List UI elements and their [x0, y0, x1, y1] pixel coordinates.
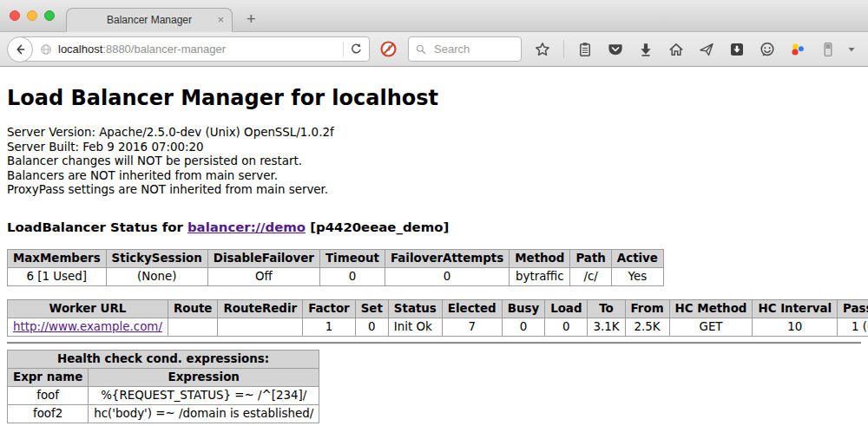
- titlebar: Balancer Manager × +: [0, 0, 868, 32]
- back-button[interactable]: [7, 36, 33, 62]
- busy-cell: 0: [502, 318, 544, 336]
- balancer-demo-link[interactable]: balancer://demo: [187, 220, 306, 235]
- container-battery-icon[interactable]: [819, 40, 838, 59]
- chat-smiley-icon[interactable]: [758, 40, 777, 59]
- column-header: Status: [388, 299, 442, 318]
- column-header: Load: [545, 299, 588, 318]
- stickysession-cell: (None): [106, 267, 207, 285]
- download-manager-icon[interactable]: [727, 40, 746, 59]
- path-cell: /c/: [570, 267, 611, 285]
- overflow-caret-icon[interactable]: [842, 40, 861, 59]
- notice-line: Balancer changes will NOT be persisted o…: [7, 154, 861, 169]
- active-cell: Yes: [611, 267, 663, 285]
- close-window-button[interactable]: [10, 10, 20, 21]
- load-cell: 0: [545, 318, 588, 336]
- url-path: :8880/balancer-manager: [102, 43, 226, 56]
- navigation-toolbar: localhost:8880/balancer-manager: [0, 32, 868, 67]
- worker-url-cell: http://www.example.com/: [8, 318, 168, 336]
- expression-cell: hc('body') =~ /domain is established/: [89, 404, 319, 423]
- send-plane-icon[interactable]: [697, 40, 716, 59]
- to-cell: 3.1K: [588, 318, 625, 336]
- table-title-row: Health check cond. expressions:: [8, 350, 319, 368]
- column-header: RouteRedir: [218, 299, 303, 318]
- column-header: HC Method: [669, 299, 753, 318]
- notice-line: ProxyPass settings are NOT inherited fro…: [7, 183, 861, 198]
- column-header: Timeout: [319, 249, 385, 267]
- column-header: Passes: [838, 299, 868, 318]
- column-header: To: [588, 299, 625, 318]
- table-header-row: Expr name Expression: [8, 368, 319, 386]
- server-info: Server Version: Apache/2.5.0-dev (Unix) …: [7, 126, 861, 198]
- status-cell: Init Ok: [388, 318, 442, 336]
- failoverattempts-cell: 0: [385, 267, 509, 285]
- page-title: Load Balancer Manager for localhost: [7, 86, 861, 110]
- route-cell: [168, 318, 218, 336]
- expr-name-cell: foof2: [8, 404, 89, 423]
- back-arrow-icon: [12, 42, 28, 57]
- close-tab-icon[interactable]: ×: [217, 14, 224, 25]
- timeout-cell: 0: [319, 267, 385, 285]
- server-built-line: Server Built: Feb 9 2016 07:00:20: [7, 141, 861, 155]
- column-header: Path: [570, 249, 611, 267]
- search-bar[interactable]: [408, 36, 522, 62]
- heading-suffix: [p4420eeae_demo]: [306, 220, 449, 235]
- table-row: foof2 hc('body') =~ /domain is establish…: [8, 404, 319, 423]
- column-header: Method: [510, 249, 570, 267]
- column-header: Expr name: [8, 368, 89, 386]
- column-header: Worker URL: [8, 299, 168, 318]
- column-header: Expression: [89, 368, 319, 386]
- method-cell: bytraffic: [510, 267, 570, 285]
- routeredir-cell: [218, 318, 303, 336]
- balancer-manager-page: Load Balancer Manager for localhost Serv…: [0, 67, 868, 426]
- disablefailover-cell: Off: [207, 267, 319, 285]
- column-header: FailoverAttempts: [385, 249, 509, 267]
- minimize-window-button[interactable]: [27, 10, 37, 21]
- search-input[interactable]: [432, 42, 506, 56]
- balancer-settings-table: MaxMembers StickySession DisableFailover…: [7, 249, 664, 286]
- worker-url-link[interactable]: http://www.example.com/: [13, 320, 162, 333]
- tab-balancer-manager[interactable]: Balancer Manager ×: [66, 8, 233, 32]
- expression-cell: %{REQUEST_STATUS} =~ /^[234]/: [89, 386, 319, 404]
- downloads-arrow-icon[interactable]: [636, 40, 655, 59]
- column-header: DisableFailover: [207, 249, 319, 267]
- url-bar[interactable]: localhost:8880/balancer-manager: [19, 36, 370, 62]
- section-divider: [7, 342, 861, 344]
- reload-icon[interactable]: [349, 42, 364, 56]
- pocket-icon[interactable]: [606, 40, 625, 59]
- expr-name-cell: foof: [8, 386, 89, 404]
- site-globe-icon: [39, 43, 53, 56]
- toolbar-separator: [563, 40, 564, 58]
- url-domain: localhost: [58, 43, 102, 56]
- passes-cell: 1 (0): [838, 318, 868, 336]
- table-row: foof %{REQUEST_STATUS} =~ /^[234]/: [8, 386, 319, 404]
- window-controls: [10, 10, 55, 21]
- home-icon[interactable]: [667, 40, 686, 59]
- column-header: Elected: [442, 299, 502, 318]
- url-text[interactable]: localhost:8880/balancer-manager: [58, 43, 338, 56]
- zoom-window-button[interactable]: [44, 10, 55, 21]
- column-header: MaxMembers: [8, 249, 107, 267]
- toolbar-buttons: [533, 40, 868, 59]
- column-header: Route: [168, 299, 218, 318]
- column-header: HC Interval: [753, 299, 838, 318]
- bookmark-star-icon[interactable]: [533, 40, 552, 59]
- column-header: Factor: [303, 299, 356, 318]
- column-header: From: [625, 299, 669, 318]
- column-header: StickySession: [106, 249, 207, 267]
- tab-title: Balancer Manager: [107, 14, 192, 26]
- column-header: Active: [611, 249, 663, 267]
- urlbar-separator: [343, 42, 344, 57]
- table-row: 6 [1 Used] (None) Off 0 0 bytraffic /c/ …: [8, 267, 664, 285]
- search-magnifier-icon: [415, 43, 427, 56]
- server-version-line: Server Version: Apache/2.5.0-dev (Unix) …: [7, 126, 861, 141]
- flash-block-extension-icon[interactable]: [378, 40, 398, 59]
- table-row: http://www.example.com/ 1 0 Init Ok 7 0 …: [8, 318, 868, 336]
- bookmarks-clipboard-icon[interactable]: [575, 40, 595, 59]
- table-header-row: Worker URL Route RouteRedir Factor Set S…: [8, 299, 868, 318]
- video-download-helper-icon[interactable]: [788, 40, 807, 59]
- health-check-table: Health check cond. expressions: Expr nam…: [7, 350, 319, 423]
- elected-cell: 7: [442, 318, 502, 336]
- new-tab-button[interactable]: +: [247, 10, 256, 29]
- maxmembers-cell: 6 [1 Used]: [8, 267, 107, 285]
- notice-line: Balancers are NOT inherited from main se…: [7, 169, 861, 184]
